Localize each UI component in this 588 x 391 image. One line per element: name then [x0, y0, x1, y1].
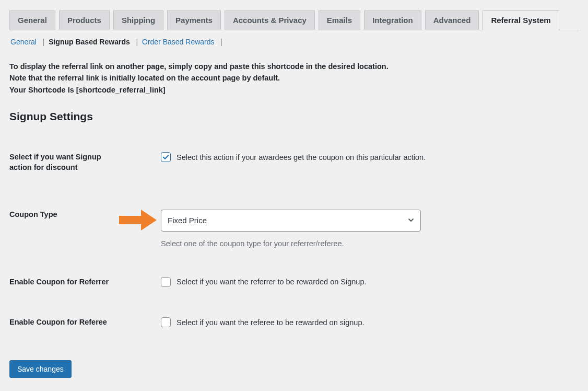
row-coupon-type: Coupon Type Fixed Price Select one of th…: [9, 210, 579, 248]
desc-line: Note that the referral link is initially…: [9, 72, 579, 84]
subnav-sep: |: [133, 38, 139, 46]
checkbox-desc: Select if you want the referrer to be re…: [177, 278, 367, 286]
tab-shipping[interactable]: Shipping: [113, 10, 163, 30]
checkbox-desc: Select if you want the referee to be rew…: [177, 318, 364, 327]
desc-line: To display the referral link on another …: [9, 61, 579, 72]
description-block: To display the referral link on another …: [9, 61, 579, 96]
tab-advanced[interactable]: Advanced: [425, 10, 479, 30]
tab-emails[interactable]: Emails: [319, 10, 360, 30]
checkbox-referrer[interactable]: [161, 277, 171, 287]
label-coupon-type: Coupon Type: [9, 210, 124, 220]
label-referrer: Enable Coupon for Referrer: [9, 277, 145, 288]
settings-tabs: General Products Shipping Payments Accou…: [9, 9, 579, 30]
help-coupon-type: Select one of the coupon type for your r…: [161, 239, 579, 248]
section-title: Signup Settings: [9, 110, 579, 123]
subnav-sep: |: [217, 38, 224, 46]
row-referee: Enable Coupon for Referee Select if you …: [9, 317, 579, 328]
select-value: Fixed Price: [168, 216, 207, 225]
save-button[interactable]: Save changes: [9, 360, 72, 378]
desc-line: Your Shortcode Is [shortcode_referral_li…: [9, 84, 579, 96]
checkbox-referee[interactable]: [161, 317, 171, 327]
subnav-order-rewards[interactable]: Order Based Rewards: [141, 38, 216, 46]
subnav: General | Signup Based Rewards | Order B…: [9, 38, 579, 46]
subnav-general[interactable]: General: [9, 38, 38, 46]
tab-integration[interactable]: Integration: [364, 10, 421, 30]
subnav-signup-rewards[interactable]: Signup Based Rewards: [48, 38, 131, 46]
row-referrer: Enable Coupon for Referrer Select if you…: [9, 277, 579, 288]
tab-accounts-privacy[interactable]: Accounts & Privacy: [225, 10, 315, 30]
tab-payments[interactable]: Payments: [167, 10, 221, 30]
check-icon: [162, 153, 170, 161]
label-signup-action: Select if you want Signup action for dis…: [9, 152, 124, 172]
checkbox-desc: Select this action if your awardees get …: [177, 153, 426, 162]
chevron-down-icon: [407, 216, 415, 225]
arrow-icon: [119, 209, 157, 232]
subnav-sep: |: [40, 38, 46, 46]
checkbox-signup-action[interactable]: [161, 152, 171, 162]
tab-products[interactable]: Products: [59, 10, 110, 30]
label-referee: Enable Coupon for Referee: [9, 317, 145, 328]
tab-referral-system[interactable]: Referral System: [483, 10, 559, 30]
row-signup-action: Select if you want Signup action for dis…: [9, 152, 579, 172]
select-coupon-type[interactable]: Fixed Price: [161, 210, 421, 232]
tab-general[interactable]: General: [9, 10, 55, 30]
